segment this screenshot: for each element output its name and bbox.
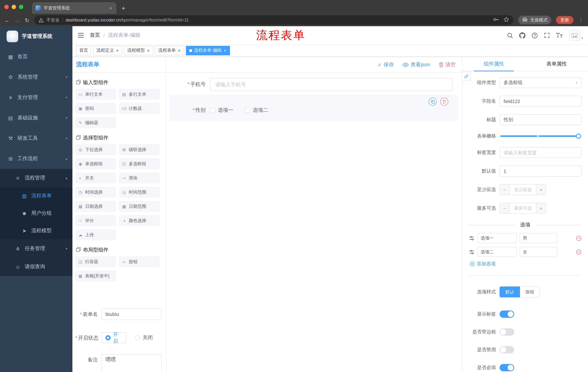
form-name-input[interactable] — [102, 308, 162, 320]
required-toggle[interactable] — [500, 364, 514, 371]
palette-item-row-container[interactable]: ◫行容器 — [75, 256, 116, 267]
tag-process-form-edit[interactable]: 流程表单-编辑 × — [186, 46, 230, 55]
remove-option-icon[interactable] — [576, 235, 581, 241]
sidebar-item-user-group[interactable]: ☻ 用户分组 — [0, 205, 73, 222]
back-button[interactable]: ← — [4, 17, 10, 23]
window-close-button[interactable] — [4, 5, 9, 9]
palette-item-password[interactable]: ▣密码 — [75, 103, 116, 114]
palette-item-multi-line-text[interactable]: ▤多行文本 — [119, 89, 160, 100]
browser-menu-icon[interactable]: ⋮ — [578, 17, 584, 23]
palette-item-single-line-text[interactable]: ▭单行文本 — [75, 89, 116, 100]
palette-item-time-range[interactable]: ◶时间范围 — [119, 187, 160, 198]
palette-item-slider[interactable]: ⊸滑块 — [119, 172, 160, 183]
reload-button[interactable]: ↻ — [25, 17, 29, 23]
form-canvas[interactable]: *手机号 — [166, 73, 462, 372]
font-size-icon[interactable] — [556, 33, 563, 38]
option-value-input[interactable] — [520, 233, 557, 243]
delete-item-button[interactable] — [440, 97, 448, 106]
gender-option-1[interactable]: 选项一 — [210, 107, 233, 114]
canvas-item-phone[interactable]: *手机号 — [171, 78, 453, 91]
password-key-icon[interactable] — [493, 17, 498, 23]
option-label-input[interactable] — [477, 233, 517, 243]
canvas-item-gender-selected[interactable]: *性别 选项一 选项二 — [169, 95, 458, 122]
max-select-placeholder[interactable]: 最多可选 — [510, 203, 536, 213]
tag-close-icon[interactable]: × — [223, 48, 227, 53]
tag-close-icon[interactable]: × — [178, 48, 181, 53]
help-icon[interactable] — [532, 32, 538, 38]
palette-item-date-picker[interactable]: ▦日期选择 — [75, 201, 116, 212]
tag-close-icon[interactable]: × — [116, 48, 119, 53]
show-label-toggle[interactable] — [500, 310, 514, 318]
palette-item-rate[interactable]: ☆评分 — [75, 215, 116, 226]
window-zoom-button[interactable] — [19, 5, 23, 9]
palette-item-switch[interactable]: ◐开关 — [75, 172, 116, 183]
option-style-default-button[interactable]: 默认 — [500, 287, 520, 298]
tag-process-model[interactable]: 流程模型 × — [124, 46, 153, 55]
window-minimize-button[interactable] — [12, 5, 16, 9]
sidebar-item-leave-query[interactable]: ☺ 请假查询 — [0, 258, 73, 276]
decrease-button[interactable]: − — [500, 203, 510, 213]
option-value-input[interactable] — [520, 247, 557, 257]
palette-item-upload[interactable]: ☁上传 — [75, 229, 116, 240]
sidebar-item-process-model[interactable]: ➤ 流程模型 — [0, 222, 73, 240]
tab-form-properties[interactable]: 表单属性 — [525, 57, 588, 71]
tag-close-icon[interactable]: × — [147, 48, 150, 53]
palette-item-select[interactable]: ◎下拉选择 — [75, 144, 116, 155]
default-value-input[interactable] — [500, 166, 581, 177]
palette-item-checkbox-group[interactable]: ☑多选框组 — [119, 158, 160, 169]
new-tab-button[interactable]: + — [122, 5, 125, 12]
min-select-placeholder[interactable]: 至少应选 — [510, 185, 536, 195]
update-button[interactable]: 更新 — [556, 16, 573, 24]
remove-option-icon[interactable] — [576, 249, 581, 255]
palette-item-table[interactable]: ▦表格[开发中] — [75, 270, 116, 281]
checkbox-box[interactable] — [245, 108, 250, 113]
sidebar-item-process-management[interactable]: ≡ 流程管理 ▴ — [0, 169, 73, 187]
disabled-toggle[interactable] — [500, 346, 514, 353]
sidebar-logo-row[interactable]: 芋道管理系统 — [0, 26, 73, 47]
component-type-select[interactable]: 多选框组 ▾ — [500, 77, 581, 88]
palette-item-radio-group[interactable]: ◉单选框组 — [75, 158, 116, 169]
sidebar-item-system[interactable]: ⚙ 系统管理 ▾ — [0, 67, 73, 87]
sidebar-item-task-management[interactable]: ⋔ 任务管理 ▾ — [0, 240, 73, 258]
save-button[interactable]: ✓ 保存 — [378, 61, 394, 68]
browser-tab[interactable]: 芋道管理系统 × — [32, 2, 116, 14]
label-width-input[interactable] — [500, 147, 581, 158]
palette-item-editor[interactable]: ✎编辑器 — [75, 117, 116, 128]
increase-button[interactable]: + — [536, 203, 546, 213]
bookmark-star-icon[interactable] — [504, 17, 509, 23]
grid-slider[interactable] — [500, 135, 578, 137]
drag-handle-icon[interactable] — [469, 249, 474, 255]
sidebar-toggle-icon[interactable] — [77, 33, 84, 38]
address-bar[interactable]: 不安全 dashboard.yudao.iocoder.cn/bpm/manag… — [34, 15, 514, 25]
clear-button[interactable]: 清空 — [439, 61, 456, 68]
link-icon[interactable] — [462, 72, 471, 80]
status-radio-on[interactable]: 开启 — [102, 332, 126, 343]
fullscreen-icon[interactable] — [544, 32, 550, 38]
palette-item-date-range[interactable]: ▩日期范围 — [119, 201, 160, 212]
tab-component-properties[interactable]: 组件属性 — [462, 57, 525, 71]
tab-close-icon[interactable]: × — [109, 5, 113, 11]
phone-input[interactable] — [210, 78, 453, 91]
forward-button[interactable]: → — [15, 17, 20, 23]
border-toggle[interactable] — [500, 328, 514, 336]
palette-item-cascader[interactable]: ⊞级联选择 — [119, 144, 160, 155]
tag-home[interactable]: 首页 — [76, 46, 91, 55]
user-menu[interactable]: ▾ — [569, 30, 583, 41]
sidebar-item-devtools[interactable]: ⚒ 研发工具 ▾ — [0, 128, 73, 149]
palette-item-counter[interactable]: 123计数器 — [119, 103, 160, 114]
option-label-input[interactable] — [477, 247, 517, 257]
sidebar-item-payment[interactable]: ¥ 支付管理 ▾ — [0, 87, 73, 108]
palette-item-color-picker[interactable]: ◑颜色选择 — [119, 215, 160, 226]
form-remark-textarea[interactable]: 嘿嘿 — [102, 354, 162, 372]
sidebar-item-home[interactable]: ▦ 首页 — [0, 47, 73, 67]
sidebar-item-process-form[interactable]: ▥ 流程表单 — [0, 187, 73, 205]
sidebar-item-infrastructure[interactable]: ▤ 基础设施 ▾ — [0, 108, 73, 128]
add-option-button[interactable]: 添加选项 — [470, 261, 581, 267]
copy-item-button[interactable] — [429, 97, 437, 106]
palette-item-button[interactable]: ▱按钮 — [119, 256, 160, 267]
palette-item-time-picker[interactable]: ◷时间选择 — [75, 187, 116, 198]
decrease-button[interactable]: − — [500, 185, 510, 195]
gender-option-2[interactable]: 选项二 — [245, 107, 268, 114]
github-icon[interactable] — [519, 32, 525, 38]
tag-process-form[interactable]: 流程表单 × — [155, 46, 184, 55]
